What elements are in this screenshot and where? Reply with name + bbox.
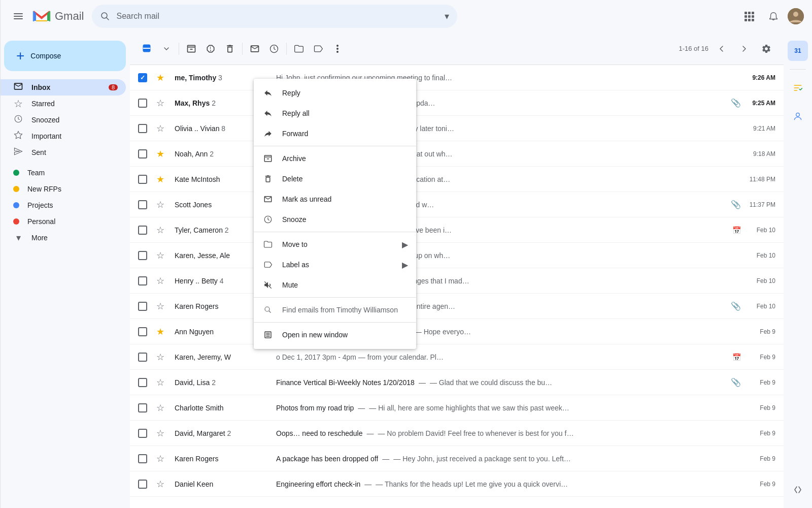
star-button[interactable]: ☆ [154,352,166,363]
email-row[interactable]: ★ me, Timothy 3 Hi John, just confirming… [130,65,784,90]
email-checkbox[interactable] [138,149,147,158]
star-button[interactable]: ☆ [154,428,166,439]
email-row[interactable]: ☆ David, Margaret 2 Oops… need to resche… [130,421,784,446]
context-menu-item-label-as[interactable]: Label as ▶ [254,255,416,275]
sidebar-item-more[interactable]: ▾ More [0,230,126,246]
select-dropdown-button[interactable] [157,40,176,58]
prev-page-button[interactable] [713,40,731,58]
email-row[interactable]: ☆ Olivia .. Vivian 8 — Sounds like a pla… [130,116,784,141]
email-row[interactable]: ☆ Karen, Jesse, Ale available I slotted … [130,243,784,268]
context-menu-item-find-emails[interactable]: Find emails from Timothy Williamson [254,300,416,320]
email-row[interactable]: ★ Noah, Ann 2 — Yeah I completely agree.… [130,141,784,167]
sidebar-item-team[interactable]: Team [0,165,126,181]
more-toolbar-button[interactable] [328,40,347,58]
notifications-button[interactable] [763,6,784,26]
context-menu-item-move-to[interactable]: Move to ▶ [254,234,416,255]
star-button[interactable]: ☆ [154,98,166,109]
email-checkbox[interactable] [138,302,147,311]
calendar-panel-button[interactable]: 31 [788,41,808,61]
sidebar-item-new-rfps[interactable]: New RFPs [0,181,126,197]
email-row[interactable]: ☆ Karen Rogers A package has been droppe… [130,446,784,471]
next-page-button[interactable] [735,40,753,58]
email-checkbox[interactable] [138,378,147,387]
snooze-toolbar-button[interactable] [265,40,283,58]
star-button[interactable]: ☆ [154,453,166,464]
email-row[interactable]: ☆ Karen, Jeremy, W o Dec 1, 2017 3pm - 4… [130,344,784,370]
find-icon [262,304,274,316]
email-checkbox[interactable] [138,327,147,336]
sidebar-item-sent[interactable]: Sent [0,144,126,161]
email-row[interactable]: ☆ Daniel Keen Engineering effort check-i… [130,471,784,497]
expand-panel-button[interactable] [788,480,808,500]
email-row[interactable]: ☆ Tyler, Cameron 2 Feb 5, 2018 2:00pm - … [130,217,784,243]
star-button[interactable]: ☆ [154,402,166,414]
email-checkbox[interactable] [138,73,147,82]
avatar[interactable] [788,8,804,24]
sidebar-label-sent: Sent [31,148,118,156]
star-button[interactable]: ★ [154,72,166,83]
sidebar-item-important[interactable]: Important [0,128,126,144]
star-button[interactable]: ★ [154,326,166,337]
settings-button[interactable] [757,40,775,58]
tasks-panel-button[interactable] [788,78,808,98]
context-menu-item-delete[interactable]: Delete [254,169,416,189]
email-row[interactable]: ☆ David, Lisa 2 Finance Vertical Bi-Week… [130,370,784,395]
sidebar-item-snoozed[interactable]: Snoozed [0,112,126,128]
select-all-button[interactable] [138,40,156,58]
compose-button[interactable]: + Compose [4,41,126,71]
star-button[interactable]: ★ [154,174,166,185]
email-checkbox[interactable] [138,251,147,260]
email-checkbox[interactable] [138,480,147,489]
sidebar-item-projects[interactable]: Projects [0,197,126,213]
email-checkbox[interactable] [138,124,147,133]
context-menu-item-archive[interactable]: Archive [254,148,416,169]
search-input[interactable] [116,12,438,21]
email-checkbox[interactable] [138,226,147,235]
report-spam-button[interactable] [201,40,220,58]
search-dropdown-icon[interactable]: ▾ [445,11,449,22]
archive-button[interactable] [182,40,200,58]
sidebar-item-starred[interactable]: ☆ Starred [0,96,126,112]
email-checkbox[interactable] [138,175,147,184]
star-button[interactable]: ☆ [154,225,166,236]
star-button[interactable]: ☆ [154,275,166,287]
label-button[interactable] [309,40,327,58]
email-checkbox[interactable] [138,403,147,412]
hamburger-button[interactable] [8,6,28,26]
star-button[interactable]: ☆ [154,479,166,490]
context-menu-item-mute[interactable]: Mute [254,275,416,295]
email-row[interactable]: ☆ Charlotte Smith Photos from my road tr… [130,395,784,421]
email-checkbox[interactable] [138,353,147,362]
email-checkbox[interactable] [138,200,147,209]
email-row[interactable]: ★ Kate McIntosh der has been confirmed f… [130,167,784,192]
email-row[interactable]: ☆ Henry .. Betty 4 e proposal — — Take a… [130,268,784,294]
email-row[interactable]: ☆ Scott Jones — Our budget last year for… [130,192,784,217]
context-menu-item-mark-unread[interactable]: Mark as unread [254,189,416,209]
apps-button[interactable] [739,6,759,26]
email-row[interactable]: ☆ Karen Rogers s year — — Glad that we g… [130,294,784,319]
star-button[interactable]: ☆ [154,301,166,312]
contacts-panel-button[interactable] [788,106,808,126]
star-button[interactable]: ★ [154,148,166,160]
star-button[interactable]: ☆ [154,123,166,134]
context-menu-item-reply[interactable]: Reply [254,83,416,103]
email-checkbox[interactable] [138,429,147,438]
delete-button[interactable] [221,40,239,58]
context-menu-item-reply-all[interactable]: Reply all [254,103,416,123]
move-to-button[interactable] [290,40,308,58]
email-checkbox[interactable] [138,276,147,285]
email-checkbox[interactable] [138,454,147,463]
email-row[interactable]: ☆ Max, Rhys 2 — Hi John, can you please … [130,90,784,116]
star-button[interactable]: ☆ [154,199,166,210]
context-menu-item-forward[interactable]: Forward [254,123,416,144]
sidebar-item-personal[interactable]: Personal [0,213,126,230]
star-button[interactable]: ☆ [154,377,166,388]
context-menu-item-open-new[interactable]: Open in new window [254,325,416,345]
email-row[interactable]: ★ Ann Nguyen te across Horizontals, Vert… [130,319,784,344]
sidebar-item-inbox[interactable]: Inbox 8 [0,79,126,96]
email-meta: 📎 Feb 10 [731,301,775,311]
mark-read-button[interactable] [246,40,264,58]
email-checkbox[interactable] [138,99,147,108]
context-menu-item-snooze[interactable]: Snooze [254,209,416,230]
star-button[interactable]: ☆ [154,250,166,261]
